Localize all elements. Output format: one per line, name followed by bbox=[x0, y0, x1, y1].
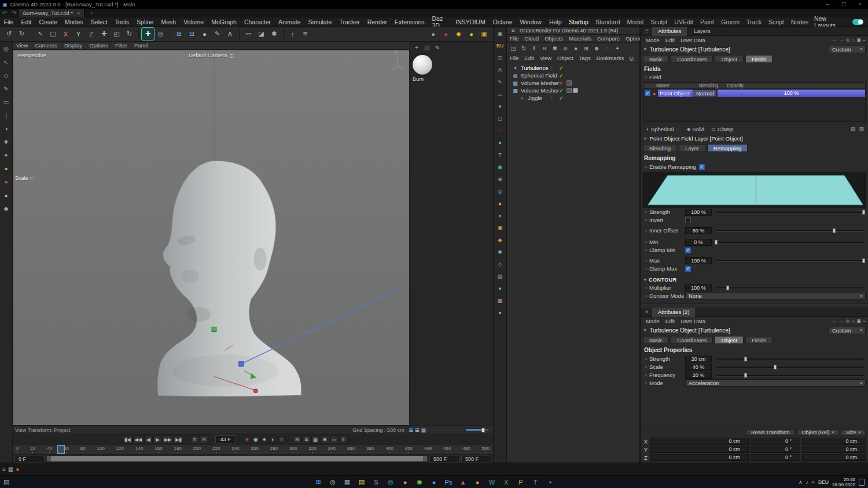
x-size-field[interactable]: 0 cm bbox=[802, 438, 866, 445]
menu-item[interactable]: INSYDIUM bbox=[452, 19, 489, 25]
attribute-tab[interactable]: Fields bbox=[745, 55, 773, 63]
blending-dropdown[interactable]: Normal▾ bbox=[693, 90, 717, 97]
clamp-min-checkbox[interactable]: ✓ bbox=[685, 247, 691, 253]
timeline-option-button[interactable]: ✱ bbox=[321, 435, 329, 443]
viewport-menu-item[interactable]: Panel bbox=[131, 42, 152, 49]
attribute-tab[interactable]: Basic bbox=[643, 55, 669, 63]
maximize-button[interactable]: ▢ bbox=[836, 0, 852, 9]
y-rotation-field[interactable]: 0 ° bbox=[751, 446, 800, 453]
firefox-icon[interactable]: ● bbox=[398, 476, 413, 488]
octane-pen-icon[interactable]: ✎ bbox=[495, 77, 505, 87]
x-position-field[interactable]: 0 cm bbox=[650, 438, 749, 445]
coord-mode-dropdown[interactable]: Object (Rel)▾ bbox=[796, 429, 839, 436]
lasso-tool-icon[interactable]: ◇ bbox=[2, 71, 11, 80]
column-name[interactable]: Name bbox=[643, 83, 699, 88]
menu-item[interactable]: Tracker bbox=[336, 19, 363, 25]
om-menu-item[interactable]: Compare bbox=[594, 35, 623, 42]
visibility-dots[interactable]: ∶ bbox=[551, 73, 552, 79]
panel-header-icon[interactable]: ← bbox=[832, 318, 837, 324]
visibility-dots[interactable]: ∶ bbox=[551, 88, 552, 94]
attribute-tab[interactable]: Coordinates bbox=[671, 336, 713, 344]
tray-expand-icon[interactable]: ∧ bbox=[799, 479, 803, 485]
layout-button[interactable]: Model bbox=[624, 19, 648, 25]
transport-button[interactable]: ▶ bbox=[153, 435, 162, 443]
om-menu-item[interactable]: Bookmarks bbox=[594, 55, 627, 61]
layer-tab[interactable]: Remapping bbox=[707, 144, 748, 152]
anim-dot[interactable]: ○ bbox=[643, 294, 649, 298]
octane-diffuse-material-icon[interactable]: ● bbox=[495, 138, 505, 147]
start-button[interactable]: ⊞ bbox=[311, 476, 326, 488]
max-value-field[interactable]: 100 % bbox=[685, 257, 712, 264]
transport-button[interactable]: ▶▮ bbox=[174, 435, 183, 443]
om-menu-item[interactable]: View bbox=[537, 55, 554, 61]
falloff-solid-button[interactable]: ◆Solid bbox=[683, 125, 708, 133]
enable-check-icon[interactable]: ✓ bbox=[559, 95, 564, 101]
user-data-menu[interactable]: User Data bbox=[678, 37, 708, 43]
layout-button[interactable]: UVEdit bbox=[671, 19, 697, 25]
layer-tab[interactable]: Blending bbox=[643, 144, 677, 152]
menu-item[interactable]: Character bbox=[240, 19, 274, 25]
panel-header-icon[interactable]: → bbox=[839, 318, 844, 324]
anim-dot[interactable]: ○ bbox=[643, 218, 649, 222]
octane-flame-icon[interactable]: ◆ bbox=[453, 28, 465, 40]
material-manager-menu-icon[interactable]: ≡ bbox=[2, 466, 6, 472]
panel-header-icon[interactable]: ◎ bbox=[845, 318, 849, 324]
panel-header-icon[interactable]: ▣ bbox=[856, 37, 861, 43]
search-icon[interactable]: ◎ bbox=[326, 476, 340, 488]
menu-item[interactable]: MoGraph bbox=[208, 19, 241, 25]
object-row-spherical-field[interactable]: ◍ Spherical Field ∶ ✓ bbox=[507, 72, 639, 79]
menu-item[interactable]: File bbox=[0, 19, 17, 25]
strength-value-field[interactable]: 20 cm bbox=[685, 356, 712, 363]
menu-item[interactable]: Window bbox=[516, 19, 545, 25]
timeline-ruler[interactable]: 0204060801001201401601802002202402602803… bbox=[13, 445, 493, 454]
material-grid-icon[interactable]: ▦ bbox=[8, 466, 13, 472]
transport-button[interactable]: ◀◀ bbox=[133, 435, 144, 443]
panel2-close-icon[interactable]: × bbox=[643, 309, 651, 315]
triangle-tool-icon[interactable]: ▲ bbox=[2, 191, 11, 199]
timeline-option-button[interactable]: ≣ bbox=[302, 435, 311, 443]
z-rotation-field[interactable]: 0 ° bbox=[751, 454, 800, 461]
om-menu-item[interactable]: File bbox=[507, 55, 521, 61]
opacity-bar[interactable]: 100 % bbox=[717, 90, 865, 97]
taskbar-corner-icon[interactable]: ▤ bbox=[0, 478, 13, 486]
object-row-volume-mesher-2[interactable]: ▩ Volume Mesher ∶ ✓ bbox=[507, 87, 639, 94]
zoom-tool-icon[interactable]: ◎ bbox=[2, 45, 11, 53]
visibility-dots[interactable]: ∶ bbox=[551, 65, 552, 71]
render-to-picture-viewer-icon[interactable]: ◪ bbox=[255, 28, 267, 40]
object-row-volume-mesher-1[interactable]: ▩ Volume Mesher ∶ × bbox=[507, 79, 639, 87]
folder-icon[interactable]: ▤ bbox=[849, 126, 858, 132]
new-layouts-toggle[interactable] bbox=[852, 19, 863, 25]
enable-remapping-checkbox[interactable]: ✓ bbox=[699, 164, 705, 170]
anim-dot[interactable]: ○ bbox=[643, 373, 649, 377]
camera-label[interactable]: Default Camera◫ bbox=[13, 52, 409, 58]
grid-toggle-icon[interactable]: ⊞ bbox=[409, 427, 413, 433]
menu-item[interactable]: Octane bbox=[489, 19, 516, 25]
text-spline-icon[interactable]: A bbox=[224, 28, 236, 40]
om-menu-item[interactable]: Object bbox=[554, 55, 576, 61]
om-menu-item[interactable]: File bbox=[507, 35, 521, 42]
timeline-toggle[interactable]: ⊟ bbox=[200, 435, 208, 443]
object-row-turbulence[interactable]: ✦ Turbulence ∶ ✓ bbox=[507, 64, 639, 72]
panel-header-icon[interactable]: ⌂ bbox=[852, 318, 855, 324]
powerpoint-icon[interactable]: P bbox=[514, 476, 528, 488]
menu-item[interactable]: Simulate bbox=[304, 19, 336, 25]
octane-layers-icon[interactable]: ▤ bbox=[495, 272, 505, 281]
menu-item[interactable]: Select bbox=[87, 19, 111, 25]
anim-dot[interactable]: ○ bbox=[643, 267, 649, 271]
menu-item[interactable]: Animate bbox=[275, 19, 305, 25]
om-grid-icon[interactable]: ⊞ bbox=[582, 44, 591, 53]
edge-icon[interactable]: ◎ bbox=[384, 476, 398, 488]
frame-tool-icon[interactable]: ▭ bbox=[2, 98, 11, 106]
field-layer-row[interactable]: ✓ ▲ Point Object Normal▾ 100 % bbox=[643, 89, 865, 97]
viewport-canvas[interactable]: Y Perspective Default Camera◫ Scale▢ bbox=[13, 50, 410, 426]
octane-settings-icon[interactable]: ✱ bbox=[495, 247, 505, 257]
photoshop-icon[interactable]: Ps bbox=[442, 476, 456, 488]
object-tag[interactable] bbox=[567, 88, 572, 93]
mode-menu[interactable]: Mode bbox=[643, 318, 663, 324]
live-selection-tool[interactable]: ↖ bbox=[34, 28, 46, 40]
multiplier-value-field[interactable]: 100 % bbox=[685, 284, 712, 291]
notification-icon[interactable] bbox=[859, 479, 865, 486]
field-layer-name[interactable]: Point Object bbox=[658, 90, 693, 97]
falloff-clamp-button[interactable]: ▭Clamp bbox=[708, 125, 737, 133]
octane-taskbar-icon[interactable]: ● bbox=[470, 476, 485, 488]
